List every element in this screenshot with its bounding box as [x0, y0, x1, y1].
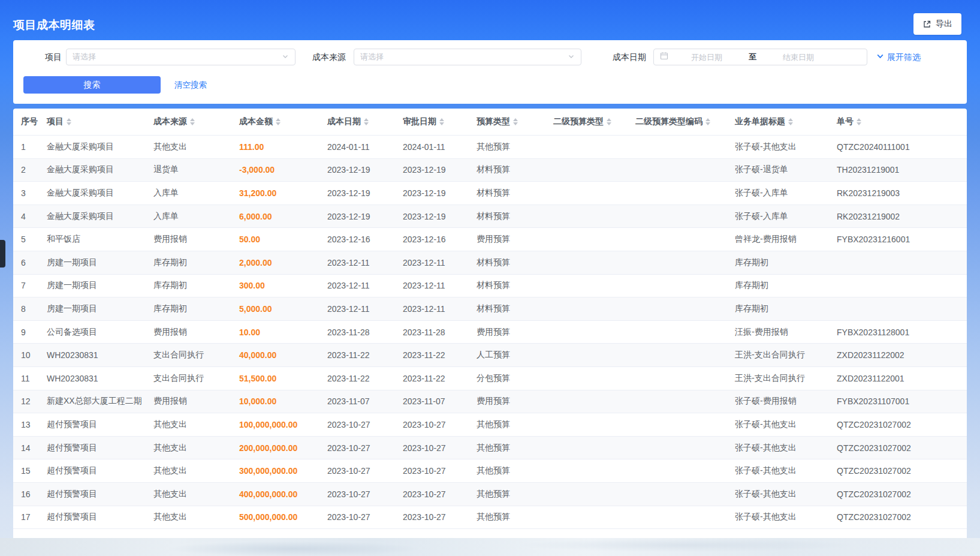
search-button[interactable]: 搜索: [23, 76, 161, 94]
cell-approval-date: 2023-12-11: [395, 304, 469, 314]
cost-date-range-picker[interactable]: 至: [653, 49, 867, 65]
cell-project: 房建一期项目: [39, 257, 146, 268]
side-drawer-handle[interactable]: [0, 240, 5, 268]
cell-budget-type: 费用预算: [469, 327, 545, 338]
table-row[interactable]: 6房建一期项目库存期初2,000.002023-12-112023-12-11材…: [13, 251, 967, 275]
cell-approval-date: 2023-11-22: [395, 374, 469, 383]
cell-index: 5: [13, 235, 39, 244]
export-icon: [922, 20, 931, 29]
cell-project: 金融大厦采购项目: [39, 211, 146, 222]
sort-icon[interactable]: [190, 118, 195, 125]
sort-icon[interactable]: [364, 118, 369, 125]
column-header-budget-type[interactable]: 预算类型: [469, 116, 545, 127]
start-date-input[interactable]: [668, 53, 745, 62]
cell-cost-date: 2023-12-11: [319, 281, 395, 290]
filter-panel: 项目 请选择 成本来源 请选择 成本日期 至 展开筛选 搜索 清空搜索: [13, 40, 967, 104]
cell-cost-amount: 51,500.00: [231, 374, 319, 383]
cell-index: 13: [13, 420, 39, 429]
table-row[interactable]: 13超付预警项目其他支出100,000,000.002023-10-272023…: [13, 413, 967, 437]
column-header-sub-budget-type-code[interactable]: 二级预算类型编码: [628, 116, 727, 127]
cell-index: 11: [13, 374, 39, 383]
table-row[interactable]: 8房建一期项目库存期初5,000.002023-12-112023-12-11材…: [13, 297, 967, 321]
column-header-approval-date[interactable]: 审批日期: [395, 116, 469, 127]
column-label: 业务单据标题: [735, 116, 785, 127]
cell-approval-date: 2023-10-27: [395, 489, 469, 499]
cell-budget-type: 费用预算: [469, 234, 545, 245]
cell-doc-title: 张子硕-其他支出: [727, 443, 829, 453]
column-header-cost-source[interactable]: 成本来源: [146, 116, 231, 127]
table-row[interactable]: 17超付预警项目其他支出500,000,000.002023-10-272023…: [13, 506, 967, 530]
chevron-down-icon: [876, 49, 884, 65]
cell-cost-source: 支出合同执行: [146, 350, 231, 360]
cell-cost-date: 2023-11-28: [319, 327, 395, 337]
cell-cost-amount: 5,000.00: [231, 304, 319, 314]
cell-cost-source: 入库单: [146, 211, 231, 222]
table-row[interactable]: 10WH20230831支出合同执行40,000.002023-11-22202…: [13, 344, 967, 367]
column-header-cost-date[interactable]: 成本日期: [319, 116, 395, 127]
column-header-doc-no[interactable]: 单号: [829, 116, 967, 127]
expand-filter-link[interactable]: 展开筛选: [876, 49, 921, 65]
sort-icon[interactable]: [67, 118, 71, 125]
cell-cost-date: 2023-11-07: [319, 396, 395, 406]
project-select[interactable]: 请选择: [66, 49, 295, 65]
table-row[interactable]: 7房建一期项目库存期初300.002023-12-112023-12-11材料预…: [13, 275, 967, 298]
table-row[interactable]: 2金融大厦采购项目退货单-3,000.002023-12-192023-12-1…: [13, 159, 967, 182]
cell-doc-title: 曾祥龙-费用报销: [727, 234, 829, 245]
column-header-cost-amount[interactable]: 成本金额: [231, 116, 319, 127]
table-row[interactable]: 14超付预警项目其他支出200,000,000.002023-10-272023…: [13, 437, 967, 460]
cell-cost-date: 2023-10-27: [319, 512, 395, 522]
table-row[interactable]: 15超付预警项目其他支出300,000,000.002023-10-272023…: [13, 459, 967, 483]
cost-source-select[interactable]: 请选择: [354, 49, 581, 65]
cell-index: 4: [13, 212, 39, 221]
cell-approval-date: 2023-12-19: [395, 165, 469, 175]
end-date-input[interactable]: [760, 53, 837, 62]
cell-project: 新建XX总部大厦工程二期: [39, 396, 146, 407]
sort-icon[interactable]: [513, 118, 518, 125]
export-button[interactable]: 导出: [913, 13, 961, 35]
cell-budget-type: 其他预算: [469, 489, 545, 500]
cell-project: 公司备选项目: [39, 327, 146, 338]
table-row[interactable]: 3金融大厦采购项目入库单31,200.002023-12-192023-12-1…: [13, 182, 967, 205]
table-row[interactable]: 4金融大厦采购项目入库单6,000.002023-12-192023-12-19…: [13, 205, 967, 229]
table-row[interactable]: 12新建XX总部大厦工程二期费用报销10,000.002023-11-07202…: [13, 390, 967, 414]
column-header-sub-budget-type[interactable]: 二级预算类型: [545, 116, 628, 127]
column-header-doc-title[interactable]: 业务单据标题: [727, 116, 829, 127]
table-row[interactable]: 16超付预警项目其他支出400,000,000.002023-10-272023…: [13, 483, 967, 506]
cell-cost-amount: 300,000,000.00: [231, 466, 319, 476]
table-row[interactable]: 5和平饭店费用报销50.002023-12-162023-12-16费用预算曾祥…: [13, 228, 967, 251]
cell-project: 房建一期项目: [39, 303, 146, 314]
table-row[interactable]: 11WH20230831支出合同执行51,500.002023-11-22202…: [13, 367, 967, 390]
cell-cost-date: 2023-10-27: [319, 489, 395, 499]
cell-doc-title: 张子硕-其他支出: [727, 512, 829, 522]
cell-cost-source: 库存期初: [146, 303, 231, 314]
cell-approval-date: 2023-10-27: [395, 443, 469, 453]
cell-doc-title: 库存期初: [727, 280, 829, 291]
sort-icon[interactable]: [276, 118, 281, 125]
table-row[interactable]: 1金融大厦采购项目其他支出111.002024-01-112024-01-11其…: [13, 136, 967, 159]
cell-project: 超付预警项目: [39, 443, 146, 453]
column-label: 二级预算类型: [553, 116, 604, 127]
cell-index: 17: [13, 512, 39, 522]
cell-project: WH20230831: [39, 350, 146, 360]
cell-cost-amount: -3,000.00: [231, 165, 319, 175]
cell-cost-amount: 111.00: [231, 142, 319, 152]
cell-approval-date: 2023-12-11: [395, 258, 469, 268]
cell-cost-date: 2023-11-22: [319, 350, 395, 360]
clear-search-link[interactable]: 清空搜索: [174, 76, 207, 94]
cell-cost-amount: 400,000,000.00: [231, 489, 319, 499]
sort-icon[interactable]: [705, 118, 710, 125]
sort-icon[interactable]: [857, 118, 861, 125]
sort-icon[interactable]: [439, 118, 444, 125]
cell-doc-title: 张子硕-退货单: [727, 164, 829, 175]
sort-icon[interactable]: [607, 118, 611, 125]
cell-index: 7: [13, 281, 39, 290]
cell-doc-no: RK20231219003: [829, 188, 967, 198]
cell-approval-date: 2023-10-27: [395, 466, 469, 476]
column-header-project[interactable]: 项目: [39, 116, 146, 127]
table-row[interactable]: 9公司备选项目费用报销10.002023-11-282023-11-28费用预算…: [13, 321, 967, 344]
sort-icon[interactable]: [788, 118, 793, 125]
cell-budget-type: 其他预算: [469, 142, 545, 152]
cell-budget-type: 材料预算: [469, 211, 545, 222]
cell-project: 金融大厦采购项目: [39, 164, 146, 175]
cell-doc-title: 库存期初: [727, 257, 829, 268]
